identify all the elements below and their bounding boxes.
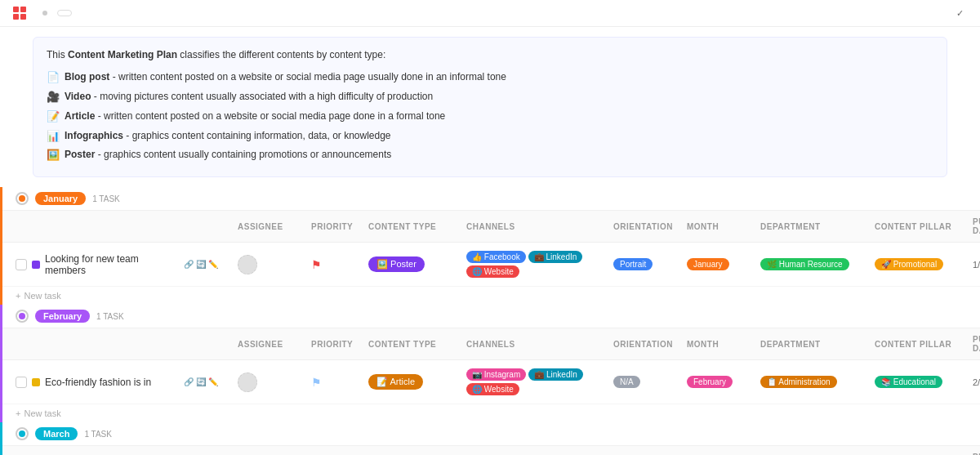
channel-badge: 💼 LinkedIn: [528, 368, 583, 381]
col-pillar: CONTENT PILLAR: [868, 337, 966, 352]
svg-rect-2: [13, 14, 19, 20]
description-list: 📄Blog post - written content posted on a…: [47, 69, 933, 164]
app-container: ✓ This Content Marketing Plan classifies…: [0, 0, 980, 455]
group-header-january: January1 TASK: [2, 187, 980, 211]
content-area: January1 TASK ASSIGNEE PRIORITY CONTENT …: [0, 187, 980, 455]
channels-cell: 📷 Instagram💼 LinkedIn🌐 Website: [460, 365, 607, 399]
page-header: ✓: [0, 0, 980, 27]
orientation-badge: N/A: [613, 376, 640, 388]
description-box: This Content Marketing Plan classifies t…: [33, 37, 947, 177]
col-date: PUBLISHING DATE: [966, 449, 980, 455]
col-department: DEPARTMENT: [754, 219, 868, 234]
group-collapse-january[interactable]: [16, 192, 29, 205]
channel-badge: 🌐 Website: [466, 383, 519, 395]
col-date: PUBLISHING DATE: [966, 332, 980, 356]
col-assignee: ASSIGNEE: [231, 219, 305, 234]
priority-flag: ⚑: [311, 376, 322, 389]
date-cell: 1/2/23: [966, 256, 980, 273]
month-cell: February: [680, 372, 754, 391]
priority-flag: ⚑: [311, 258, 322, 271]
month-badge: February: [687, 376, 733, 388]
page-icon: [13, 7, 26, 20]
col-content-type: CONTENT TYPE: [362, 219, 460, 234]
pillar-badge: 📚 Educational: [875, 376, 942, 388]
group-task-count-march: 1 TASK: [84, 430, 112, 439]
pillar-badge: 🚀 Promotional: [875, 258, 943, 270]
content-type-badge: 📝 Article: [368, 374, 423, 390]
col-channels: CHANNELS: [460, 337, 607, 352]
group-label-march: March: [35, 427, 78, 440]
task-icons: 🔗 🔄 ✏️: [184, 260, 218, 269]
col-assignee: ASSIGNEE: [231, 337, 305, 352]
channel-badge: 💼 LinkedIn: [528, 251, 583, 263]
desc-item-poster: 🖼️Poster - graphics content usually cont…: [47, 147, 933, 164]
svg-rect-3: [20, 14, 26, 20]
priority-cell[interactable]: ⚑: [305, 372, 362, 392]
assignee-cell: [231, 252, 305, 278]
task-checkbox[interactable]: [16, 377, 27, 388]
orientation-cell: N/A: [607, 372, 680, 391]
group-header-february: February1 TASK: [2, 305, 980, 328]
col-month: MONTH: [680, 219, 754, 234]
svg-rect-0: [13, 7, 19, 12]
content-type-badge: 🖼️ Poster: [368, 256, 425, 272]
department-badge: 📋 Administration: [760, 376, 837, 388]
desc-item-infographics: 📊Infographics - graphics content contain…: [47, 128, 933, 145]
task-name: Looking for new team members: [45, 253, 179, 276]
orientation-badge: Portrait: [613, 258, 653, 270]
new-task-label: New task: [24, 291, 60, 301]
pillar-cell: 📚 Educational: [868, 372, 966, 391]
channel-badge: 👍 Facebook: [466, 251, 526, 263]
task-checkbox[interactable]: [16, 259, 27, 270]
group-january: January1 TASK ASSIGNEE PRIORITY CONTENT …: [0, 187, 980, 305]
checkmark-icon: ✓: [956, 8, 964, 19]
assignee-avatar[interactable]: [238, 372, 257, 392]
priority-cell[interactable]: ⚑: [305, 255, 362, 274]
assignee-cell: [231, 369, 305, 395]
department-cell: 🌿 Human Resource: [754, 255, 868, 274]
pillar-cell: 🚀 Promotional: [868, 255, 966, 274]
department-badge: 🌿 Human Resource: [760, 258, 849, 270]
group-february: February1 TASK ASSIGNEE PRIORITY CONTENT…: [0, 305, 980, 422]
description-intro: This Content Marketing Plan classifies t…: [47, 47, 933, 63]
show-closed-button[interactable]: ✓: [956, 8, 967, 19]
svg-rect-1: [20, 7, 26, 12]
content-type-cell[interactable]: 🖼️ Poster: [362, 253, 460, 275]
channels-cell: 👍 Facebook💼 LinkedIn🌐 Website: [460, 248, 607, 281]
columns-header-january: ASSIGNEE PRIORITY CONTENT TYPE CHANNELS …: [2, 211, 980, 243]
group-march: March1 TASK ASSIGNEE PRIORITY CONTENT TY…: [0, 422, 980, 455]
orientation-cell: Portrait: [607, 255, 680, 274]
task-color-dot: [32, 378, 40, 386]
task-color-dot: [32, 261, 40, 269]
group-label-february: February: [35, 310, 90, 323]
task-row: Eco-friendly fashion is in 🔗 🔄 ✏️ ⚑ 📝 Ar…: [2, 360, 980, 404]
columns-header-march: ASSIGNEE PRIORITY CONTENT TYPE CHANNELS …: [2, 446, 980, 455]
content-type-cell[interactable]: 📝 Article: [362, 371, 460, 393]
group-task-count-february: 1 TASK: [96, 312, 124, 321]
plus-icon: +: [16, 408, 20, 418]
channel-badge: 🌐 Website: [466, 265, 519, 278]
col-date: PUBLISHING DATE: [966, 214, 980, 239]
col-month: MONTH: [680, 337, 754, 352]
col-priority: PRIORITY: [305, 219, 362, 234]
group-collapse-march[interactable]: [16, 427, 29, 440]
desc-item-blog: 📄Blog post - written content posted on a…: [47, 69, 933, 87]
col-orientation: ORIENTATION: [607, 337, 680, 352]
channel-badge: 📷 Instagram: [466, 368, 526, 381]
desc-item-article: 📝Article - written content posted on a w…: [47, 109, 933, 126]
group-collapse-february[interactable]: [16, 310, 29, 323]
month-cell: January: [680, 255, 754, 274]
new-task-row-february[interactable]: +New task: [2, 404, 980, 422]
columns-header-february: ASSIGNEE PRIORITY CONTENT TYPE CHANNELS …: [2, 328, 980, 360]
plus-icon: +: [16, 291, 20, 301]
new-task-button[interactable]: [57, 10, 72, 16]
date-cell: 2/15/23: [966, 374, 980, 390]
task-icons: 🔗 🔄 ✏️: [184, 377, 218, 386]
group-header-march: March1 TASK: [2, 422, 980, 446]
new-task-label: New task: [24, 408, 60, 418]
col-channels: CHANNELS: [460, 219, 607, 234]
assignee-avatar[interactable]: [238, 255, 257, 274]
task-cell: Looking for new team members 🔗 🔄 ✏️: [2, 250, 231, 279]
new-task-row-january[interactable]: +New task: [2, 287, 980, 305]
desc-item-video: 🎥Video - moving pictures content usually…: [47, 89, 933, 106]
